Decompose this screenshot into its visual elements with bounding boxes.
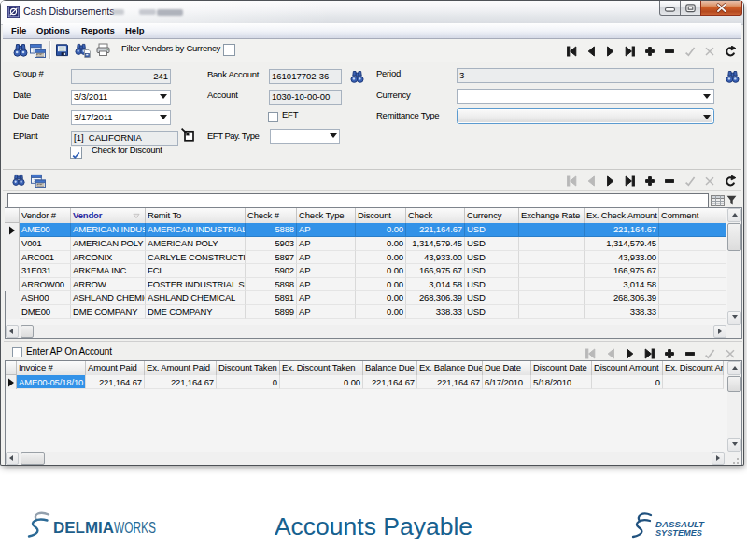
svg-text:DELMIA: DELMIA bbox=[53, 519, 114, 537]
svg-text:WORKS: WORKS bbox=[114, 519, 156, 537]
svg-text:SYSTEMES: SYSTEMES bbox=[655, 528, 702, 538]
